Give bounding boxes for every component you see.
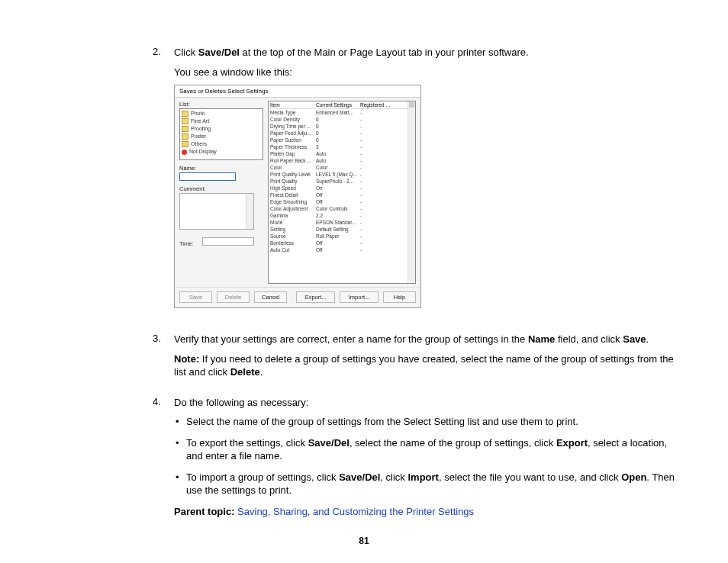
grid-row[interactable]: Roll Paper Back ...Auto- (269, 157, 415, 164)
parent-link[interactable]: Saving, Sharing, and Customizing the Pri… (237, 506, 474, 517)
folder-icon (182, 134, 188, 140)
dialog-title: Saves or Deletes Select Settings (175, 85, 420, 98)
parent-label: Parent topic: (174, 506, 234, 517)
list-item: Not Display (182, 148, 261, 156)
bullet-2: To export the settings, click Save/Del, … (174, 436, 682, 463)
step-4: 4. Do the following as necessary: Select… (153, 396, 682, 525)
grid-row[interactable]: Finest DetailOff- (269, 191, 415, 198)
grid-row[interactable]: Platen GapAuto- (269, 150, 415, 157)
grid-row[interactable]: Drying Time per ...0- (269, 123, 415, 130)
list-item: Poster (182, 133, 261, 140)
time-row: Time: (179, 237, 263, 248)
note-label: Note: (174, 353, 199, 365)
list-item: Others (182, 140, 261, 148)
dialog-left-panel: List: Photo Fine Art Proofing Poster Oth… (179, 101, 263, 284)
list-label: List: (179, 101, 263, 108)
not-display-icon (182, 150, 187, 155)
page-number: 81 (0, 536, 728, 546)
import-button[interactable]: Import... (340, 291, 378, 303)
grid-row[interactable]: Print Quality LevelLEVEL 5 (Max Q...- (269, 171, 415, 178)
step-number: 4. (153, 396, 174, 525)
cancel-button[interactable]: Cancel (254, 291, 287, 303)
help-button[interactable]: Help (383, 291, 416, 303)
step-3-line-1: Verify that your settings are correct, e… (174, 333, 682, 346)
time-field[interactable] (202, 237, 254, 246)
grid-row[interactable]: BorderlessOff- (269, 240, 415, 246)
grid-row[interactable]: Print QualitySuperPhoto - 2...- (269, 178, 415, 185)
step-2-line-1: Click Save/Del at the top of the Main or… (174, 46, 682, 60)
comment-label: Comment: (179, 185, 263, 192)
time-label: Time: (179, 240, 201, 247)
comment-row: Comment: (179, 185, 263, 230)
dialog-saves-deletes: Saves or Deletes Select Settings List: P… (174, 85, 421, 308)
grid-row[interactable]: Media TypeEnhanced Matt...- (269, 109, 415, 116)
bold-delete: Delete (230, 366, 260, 378)
bold-save-del: Save/Del (198, 47, 240, 58)
save-button[interactable]: Save (179, 291, 212, 303)
grid-row[interactable]: Auto CutOff- (269, 246, 415, 253)
bold-save: Save (623, 333, 646, 345)
step-list: 2. Click Save/Del at the top of the Main… (153, 46, 682, 525)
grid-row[interactable]: ColorColor- (269, 164, 415, 171)
bold-name: Name (528, 333, 555, 345)
grid-row[interactable]: Paper Suction0- (269, 137, 415, 143)
parent-topic: Parent topic: Saving, Sharing, and Custo… (174, 505, 682, 519)
name-field[interactable] (179, 172, 236, 181)
scrollbar[interactable] (407, 101, 415, 283)
dialog-body: List: Photo Fine Art Proofing Poster Oth… (175, 98, 420, 287)
folder-icon (182, 111, 188, 117)
step-2-line-2: You see a window like this: (174, 66, 682, 79)
step-content: Verify that your settings are correct, e… (174, 333, 682, 385)
step-number: 2. (153, 46, 174, 322)
folder-icon (182, 118, 188, 124)
folder-icon (182, 126, 188, 132)
grid-row[interactable]: Color Density0- (269, 116, 415, 123)
step-3-note: Note: If you need to delete a group of s… (174, 352, 682, 379)
export-button[interactable]: Export... (296, 291, 335, 303)
grid-row[interactable]: ModeEPSON Standar...- (269, 219, 415, 226)
grid-row[interactable]: Color AdjustmentColor Controls- (269, 205, 415, 212)
step-number: 3. (153, 333, 174, 385)
grid-row[interactable]: Gamma2.2- (269, 212, 415, 219)
step-2: 2. Click Save/Del at the top of the Main… (153, 46, 682, 322)
grid-row[interactable]: SettingDefault Setting- (269, 226, 415, 233)
grid-row[interactable]: Paper Thickness3- (269, 143, 415, 150)
folder-icon (182, 141, 188, 147)
grid-row[interactable]: Edge SmoothingOff- (269, 198, 415, 205)
comment-field[interactable] (179, 193, 254, 230)
list-item: Fine Art (182, 117, 261, 125)
dialog-right-panel: Item Current Settings Registered Sett...… (268, 101, 416, 284)
grid-row[interactable]: High SpeedOn- (269, 185, 415, 191)
step-4-intro: Do the following as necessary: (174, 396, 682, 410)
grid-rows: Media TypeEnhanced Matt...-Color Density… (269, 109, 415, 253)
step-4-bullets: Select the name of the group of settings… (174, 415, 682, 497)
step-3: 3. Verify that your settings are correct… (153, 333, 682, 385)
name-row: Name: (179, 165, 263, 182)
settings-grid[interactable]: Item Current Settings Registered Sett...… (268, 101, 416, 284)
name-label: Name: (179, 165, 263, 172)
list-item: Proofing (182, 125, 261, 133)
dialog-button-bar: Save Delete Cancel Export... Import... H… (175, 287, 420, 307)
grid-row[interactable]: SourceRoll Paper- (269, 233, 415, 240)
step-content: Do the following as necessary: Select th… (174, 396, 682, 525)
scrollbar[interactable] (246, 194, 253, 229)
settings-listbox[interactable]: Photo Fine Art Proofing Poster Others No… (179, 108, 263, 160)
delete-button[interactable]: Delete (217, 291, 250, 303)
page-body: 2. Click Save/Del at the top of the Main… (0, 0, 728, 558)
grid-header: Item Current Settings Registered Sett... (269, 101, 415, 109)
grid-row[interactable]: Paper Feed Adju...0- (269, 130, 415, 137)
bullet-3: To import a group of settings, click Sav… (174, 471, 682, 497)
list-item: Photo (182, 110, 261, 117)
step-content: Click Save/Del at the top of the Main or… (174, 46, 682, 322)
bullet-1: Select the name of the group of settings… (174, 415, 682, 429)
